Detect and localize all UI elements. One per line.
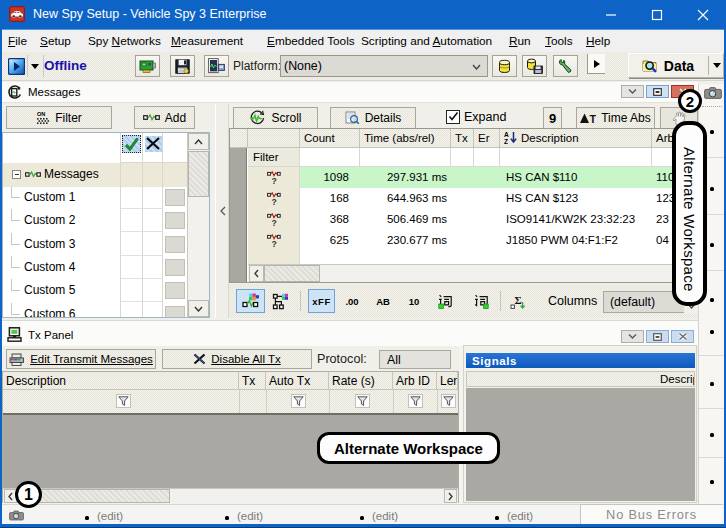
signals-column-header[interactable]: Description <box>466 371 695 387</box>
toolbar-overflow[interactable] <box>587 54 605 74</box>
grid-filter-cell[interactable] <box>474 148 500 167</box>
tx-scroll-right[interactable] <box>444 489 457 503</box>
uncheck-all-icon[interactable] <box>145 136 162 152</box>
tx-column-header[interactable]: Len <box>437 372 458 390</box>
tree-cell-box[interactable] <box>165 189 185 206</box>
close-button[interactable] <box>680 0 726 29</box>
tree-cell[interactable] <box>120 256 143 279</box>
menu-item-file[interactable]: File <box>8 30 27 53</box>
binary-toggle-button[interactable]: 10 <box>401 289 427 313</box>
tx-restore-button[interactable] <box>646 330 669 343</box>
tree-cell[interactable] <box>120 233 143 256</box>
interpret-all-button[interactable] <box>468 289 494 313</box>
tree-root-row[interactable]: Messages <box>3 163 187 186</box>
run-dropdown-button[interactable] <box>28 55 42 77</box>
data-dropdown-button[interactable] <box>709 54 724 77</box>
tx-filter-funnel[interactable] <box>291 394 306 408</box>
tx-filter-funnel[interactable] <box>116 394 131 408</box>
hex-toggle-button[interactable]: xFF <box>308 289 335 313</box>
time-abs-button[interactable]: T Time Abs <box>576 107 655 129</box>
grid-column-header[interactable]: Er <box>474 129 500 148</box>
nine-button[interactable]: 9 <box>543 107 562 129</box>
status-edit-label[interactable]: (edit) <box>372 510 398 522</box>
tree-view-button[interactable] <box>268 289 294 313</box>
tree-cell[interactable] <box>142 186 163 209</box>
edit-transmit-button[interactable]: Edit Transmit Messages <box>6 349 156 369</box>
grid-filter-cell[interactable] <box>500 148 652 167</box>
dock-tab-bullet[interactable] <box>710 298 714 302</box>
tools-button[interactable] <box>553 55 578 77</box>
add-button[interactable]: Add <box>134 106 195 129</box>
tree-cell-box[interactable] <box>165 282 185 299</box>
tree-cell-box[interactable] <box>165 236 185 253</box>
grid-column-header[interactable]: Time (abs/rel) <box>360 129 451 148</box>
tree-cell[interactable] <box>142 256 163 279</box>
minimize-button[interactable] <box>588 0 634 29</box>
message-row[interactable]: ?168644.963 msHS CAN $123123 <box>248 188 698 209</box>
dock-tab-bullet[interactable] <box>710 330 714 334</box>
tree-cell[interactable] <box>142 303 163 319</box>
sort-button[interactable]: Σ <box>505 289 531 313</box>
dock-tab-bullet[interactable] <box>710 130 714 134</box>
hardware-setup-button[interactable] <box>135 55 160 77</box>
run-button[interactable] <box>5 55 27 77</box>
dock-tab-bullet[interactable] <box>710 382 714 386</box>
tree-cell-box[interactable] <box>165 306 185 319</box>
tree-item-custom-5[interactable]: Custom 5 <box>3 279 187 302</box>
menu-item-measurement[interactable]: Measurement <box>171 30 243 53</box>
signal-view-button[interactable] <box>236 289 265 313</box>
grid-icon-column-header[interactable] <box>248 129 300 148</box>
dock-tab-bullet[interactable] <box>710 433 714 437</box>
tx-filter-funnel[interactable] <box>408 394 423 408</box>
save-database-button[interactable] <box>522 55 547 77</box>
message-row[interactable]: ?625230.677 msJ1850 PWM 04:F1:F204 F <box>248 230 698 251</box>
tx-collapse-button[interactable] <box>621 330 644 343</box>
workspace-tab-annotation[interactable]: Alternate Workspace <box>672 121 707 306</box>
menu-item-spy-networks[interactable]: Spy Networks <box>88 30 161 53</box>
status-edit-label[interactable]: (edit) <box>507 510 533 522</box>
tx-column-header[interactable]: Description <box>3 372 239 390</box>
message-row[interactable]: ?1098297.931 msHS CAN $110110 <box>248 167 698 188</box>
menu-item-setup[interactable]: Setup <box>40 30 71 53</box>
tree-cell[interactable] <box>120 303 143 319</box>
tree-splitter[interactable] <box>215 104 229 318</box>
tree-item-custom-4[interactable]: Custom 4 <box>3 256 187 279</box>
dock-tab-bullet[interactable] <box>710 187 714 191</box>
tx-column-header[interactable]: Tx <box>239 372 266 390</box>
tree-item-custom-6[interactable]: Custom 6 <box>3 303 187 319</box>
save-button[interactable] <box>170 55 195 77</box>
maximize-button[interactable] <box>634 0 680 29</box>
grid-indicator-header[interactable] <box>230 129 248 148</box>
tx-column-header[interactable]: Rate (s) <box>329 372 393 390</box>
tree-cell[interactable] <box>120 209 143 232</box>
check-all-icon[interactable] <box>122 135 141 153</box>
grid-column-header[interactable]: AZDescription <box>500 129 652 148</box>
interpret-button[interactable] <box>432 289 458 313</box>
grid-filter-cell[interactable] <box>451 148 474 167</box>
grid-scroll-left[interactable] <box>249 265 264 282</box>
menu-item-help[interactable]: Help <box>586 30 610 53</box>
dock-tab-bullet[interactable] <box>710 243 714 247</box>
tree-item-custom-1[interactable]: Custom 1 <box>3 186 187 209</box>
message-row[interactable]: ?368506.469 msISO9141/KW2K 23:32:2323 3 <box>248 209 698 230</box>
menu-item-embedded-tools[interactable]: Embedded Tools <box>267 30 355 53</box>
tree-cell-box[interactable] <box>165 259 185 276</box>
tree-scroll-thumb[interactable] <box>188 151 209 197</box>
grid-column-header[interactable]: Tx <box>451 129 474 148</box>
tree-cell[interactable] <box>120 279 143 302</box>
tx-column-header[interactable]: Arb ID <box>393 372 437 390</box>
tree-cell[interactable] <box>120 186 143 209</box>
tree-cell[interactable] <box>142 279 163 302</box>
tree-scroll-down[interactable] <box>188 300 209 317</box>
tree-cell-box[interactable] <box>165 212 185 229</box>
disable-all-tx-button[interactable]: Disable All Tx <box>162 349 312 369</box>
protocol-select[interactable]: All <box>379 350 451 369</box>
menu-item-scripting-and-automation[interactable]: Scripting and Automation <box>361 30 492 53</box>
tree-expand-box[interactable] <box>12 170 21 179</box>
tx-filter-funnel[interactable] <box>441 394 456 408</box>
menu-item-run[interactable]: Run <box>509 30 531 53</box>
tx-filter-funnel[interactable] <box>355 394 370 408</box>
grid-filter-cell[interactable] <box>300 148 360 167</box>
filter-button[interactable]: ON Filter <box>6 106 112 129</box>
details-button[interactable]: Details <box>330 107 416 129</box>
